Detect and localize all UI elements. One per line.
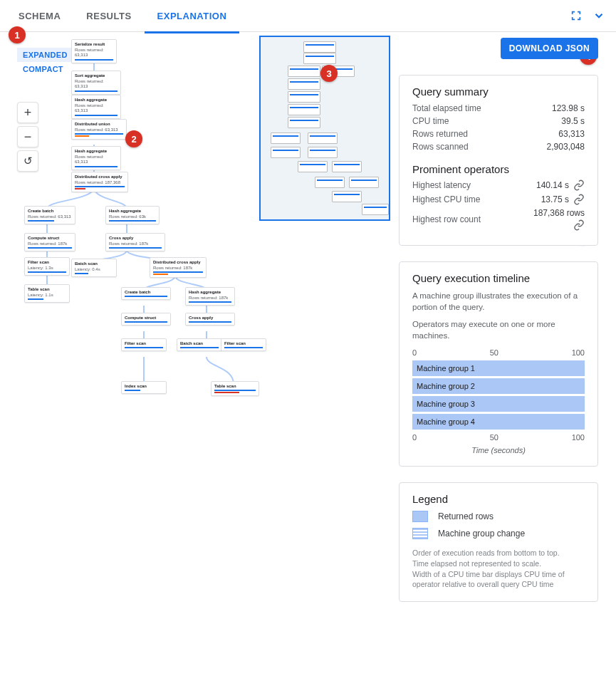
plan-node[interactable]: Create batch <box>121 287 171 300</box>
timeline-desc-2: Operators may execute on one or more mac… <box>412 318 585 341</box>
timeline-title: Query execution timeline <box>412 272 585 284</box>
query-summary-title: Query summary <box>412 85 585 98</box>
view-compact[interactable]: COMPACT <box>17 62 73 76</box>
download-json-button[interactable]: DOWNLOAD JSON <box>501 38 598 59</box>
highest-latency-label: Highest latency <box>412 180 471 190</box>
zoom-in-button[interactable]: + <box>17 102 38 123</box>
tick-100b: 100 <box>572 433 585 442</box>
zoom-controls: + − ↺ <box>17 102 38 172</box>
timeline-desc-1: A machine group illustrates the executio… <box>412 290 585 313</box>
legend-footer: Order of execution reads from bottom to … <box>412 548 585 590</box>
rows-scanned-label: Rows scanned <box>412 142 469 152</box>
legend-card: Legend Returned rows Machine group chang… <box>399 482 598 602</box>
highest-rows-value: 187,368 rows <box>533 208 585 218</box>
link-icon[interactable] <box>573 180 585 191</box>
zoom-reset-button[interactable]: ↺ <box>17 150 38 172</box>
view-expanded[interactable]: EXPANDED <box>17 48 73 62</box>
collapse-chevron-icon[interactable] <box>588 4 610 27</box>
query-plan-canvas[interactable]: EXPANDED COMPACT + − ↺ Serialize resultR… <box>0 32 390 676</box>
legend-swatch-change <box>412 528 428 539</box>
plan-node[interactable]: Filter scan <box>121 338 167 351</box>
plan-node[interactable]: Compute structRows returned: 187k <box>24 233 75 251</box>
elapsed-value: 123.98 s <box>552 103 585 113</box>
footer-line-1: Order of execution reads from bottom to … <box>412 548 585 558</box>
callout-badge-1: 1 <box>9 26 26 43</box>
rows-scanned-value: 2,903,048 <box>547 142 585 152</box>
tick-100: 100 <box>572 348 585 357</box>
timeline-card: Query execution timeline A machine group… <box>399 261 598 467</box>
link-icon[interactable] <box>573 194 585 205</box>
machine-group-4[interactable]: Machine group 4 <box>412 414 585 430</box>
zoom-out-button[interactable]: − <box>17 126 38 147</box>
tick-0b: 0 <box>412 433 417 442</box>
tick-0: 0 <box>412 348 417 357</box>
plan-node[interactable]: Serialize resultRows returned: 63,313 <box>71 39 117 63</box>
timeline-axis-top: 0 50 100 <box>412 347 585 358</box>
link-icon[interactable] <box>573 219 585 231</box>
plan-node[interactable]: Cross apply <box>185 313 235 326</box>
timeline-axis-bottom: 0 50 100 <box>412 432 585 443</box>
plan-node[interactable]: Hash aggregateRows returned: 63,313 <box>71 95 121 119</box>
plan-node[interactable]: Cross applyRows returned: 187k <box>105 233 165 251</box>
plan-node[interactable]: Batch scan <box>177 338 222 351</box>
footer-line-2: Time elapsed not represented to scale. <box>412 558 585 569</box>
cpu-label: CPU time <box>412 116 449 126</box>
plan-node[interactable]: Index scan <box>121 381 167 394</box>
plan-node[interactable]: Distributed cross applyRows returned: 18… <box>150 257 207 278</box>
plan-node[interactable]: Sort aggregateRows returned: 63,313 <box>71 71 121 95</box>
highest-rows-label: Highest row count <box>412 214 481 224</box>
plan-node[interactable]: Distributed unionRows returned: 63,313 <box>71 119 127 140</box>
footer-line-3: Width of a CPU time bar displays CPU tim… <box>412 569 585 590</box>
callout-badge-3: 3 <box>320 65 338 82</box>
view-toggle: EXPANDED COMPACT <box>17 48 73 76</box>
tab-explanation[interactable]: EXPLANATION <box>145 0 240 33</box>
highest-cpu-label: Highest CPU time <box>412 194 480 204</box>
legend-title: Legend <box>412 493 585 505</box>
plan-node[interactable]: Hash aggregateRows returned: 63k <box>105 206 160 224</box>
machine-group-2[interactable]: Machine group 2 <box>412 378 585 394</box>
plan-node[interactable]: Distributed cross applyRows returned: 18… <box>71 172 128 192</box>
plan-node[interactable]: Table scanLatency: 1.1s <box>24 284 70 303</box>
tick-50: 50 <box>490 348 498 357</box>
fullscreen-icon[interactable] <box>565 4 588 27</box>
tab-results[interactable]: RESULTS <box>73 0 144 31</box>
legend-swatch-returned <box>412 511 428 522</box>
highest-latency-value: 140.14 s <box>536 180 569 190</box>
callout-badge-2: 2 <box>125 130 142 147</box>
highest-cpu-value: 13.75 s <box>541 194 569 204</box>
prominent-title: Prominent operators <box>412 163 585 175</box>
plan-node[interactable]: Create batchRows returned: 63,313 <box>24 206 75 224</box>
tick-50b: 50 <box>490 433 498 442</box>
plan-node[interactable]: Hash aggregateRows returned: 63,313 <box>71 146 121 170</box>
plan-node[interactable]: Filter scanLatency: 1.3s <box>24 257 70 276</box>
elapsed-label: Total elapsed time <box>412 103 481 113</box>
machine-group-3[interactable]: Machine group 3 <box>412 396 585 412</box>
query-summary-card: Query summary Total elapsed time123.98 s… <box>399 75 598 246</box>
timeline-xlabel: Time (seconds) <box>412 446 585 454</box>
plan-node[interactable]: Table scan <box>211 381 259 396</box>
plan-node[interactable]: Batch scanLatency: 0.4s <box>71 259 117 277</box>
plan-minimap[interactable] <box>259 36 390 221</box>
plan-node[interactable]: Compute struct <box>121 313 171 326</box>
legend-label-returned: Returned rows <box>438 511 494 521</box>
plan-node[interactable]: Filter scan <box>221 338 266 351</box>
plan-node[interactable]: Hash aggregateRows returned: 187k <box>185 287 235 306</box>
legend-label-change: Machine group change <box>438 529 525 539</box>
rows-returned-value: 63,313 <box>558 129 585 139</box>
machine-group-1[interactable]: Machine group 1 <box>412 360 585 376</box>
cpu-value: 39.5 s <box>561 116 585 126</box>
tabs-bar: SCHEMA RESULTS EXPLANATION <box>0 0 616 32</box>
rows-returned-label: Rows returned <box>412 129 468 139</box>
